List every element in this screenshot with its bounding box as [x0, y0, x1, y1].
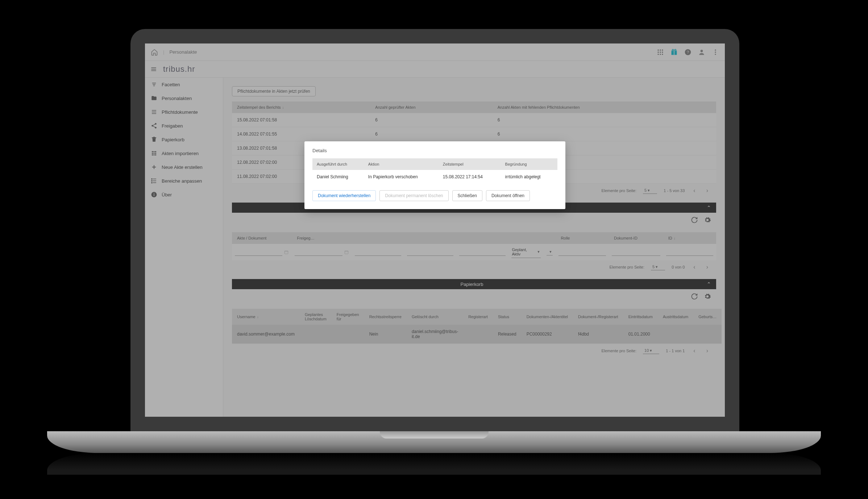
table-row: Daniel Schmiing In Papierkorb verschoben… [312, 170, 557, 184]
modal-title: Details [312, 148, 557, 153]
modal-backdrop[interactable]: Details Ausgeführt durch Aktion Zeitstem… [145, 43, 725, 417]
restore-button[interactable]: Dokument wiederherstellen [312, 190, 376, 201]
close-button[interactable]: Schließen [452, 190, 482, 201]
col-action: Aktion [364, 158, 439, 170]
modal-table: Ausgeführt durch Aktion Zeitstempel Begr… [312, 158, 557, 184]
col-ts: Zeitstempel [439, 158, 501, 170]
details-modal: Details Ausgeführt durch Aktion Zeitstem… [304, 141, 565, 209]
col-reason: Begründung [501, 158, 557, 170]
col-by: Ausgeführt durch [312, 158, 364, 170]
permanent-delete-button: Dokument permanent löschen [379, 190, 448, 201]
open-document-button[interactable]: Dokument öffnen [486, 190, 530, 201]
